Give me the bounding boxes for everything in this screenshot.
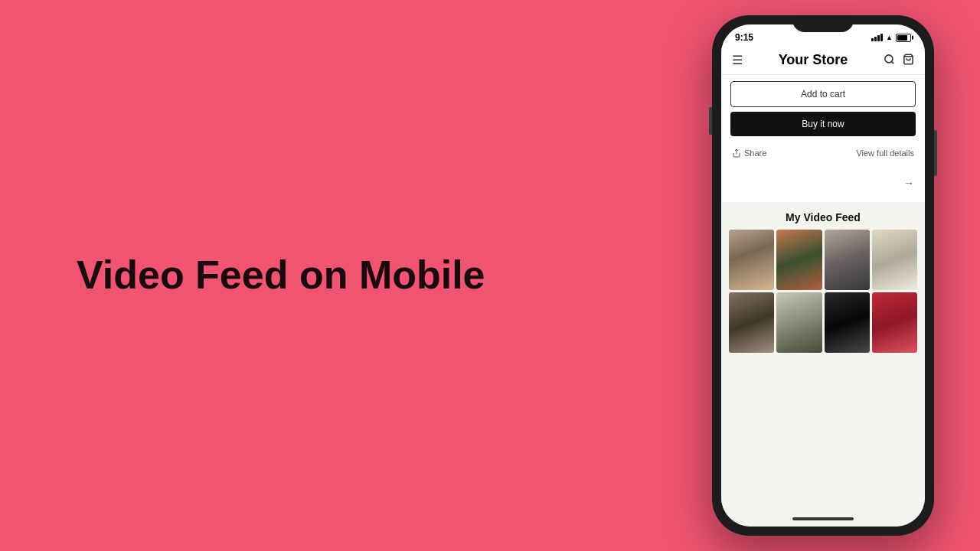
video-grid bbox=[721, 230, 925, 353]
phone-outer-shell: 9:15 ▲ ☰ Your Store bbox=[712, 15, 934, 536]
store-title: Your Store bbox=[779, 52, 848, 68]
video-thumbnail-6[interactable] bbox=[776, 292, 822, 353]
cart-icon[interactable] bbox=[903, 54, 914, 67]
share-button[interactable]: Share bbox=[732, 148, 766, 158]
status-indicators: ▲ bbox=[871, 34, 911, 42]
video-feed-section: My Video Feed bbox=[721, 202, 925, 511]
action-buttons-section: Add to cart Buy it now bbox=[721, 75, 925, 142]
video-thumbnail-4[interactable] bbox=[872, 230, 917, 290]
phone-screen: 9:15 ▲ ☰ Your Store bbox=[721, 24, 925, 527]
home-bar bbox=[792, 517, 854, 520]
video-thumbnail-1[interactable] bbox=[729, 230, 774, 290]
share-row: Share View full details bbox=[721, 142, 925, 164]
app-header: ☰ Your Store bbox=[721, 46, 925, 75]
video-thumbnail-2[interactable] bbox=[776, 230, 822, 290]
svg-point-0 bbox=[885, 54, 893, 62]
hero-heading: Video Feed on Mobile bbox=[77, 253, 485, 298]
arrow-right-icon: → bbox=[903, 177, 914, 189]
view-full-details-link[interactable]: View full details bbox=[856, 148, 914, 158]
svg-line-1 bbox=[891, 61, 893, 64]
header-icons-group bbox=[884, 54, 914, 67]
video-feed-title: My Video Feed bbox=[721, 202, 925, 230]
phone-notch bbox=[792, 15, 854, 32]
signal-icon bbox=[871, 34, 883, 41]
phone-mockup: 9:15 ▲ ☰ Your Store bbox=[712, 15, 934, 536]
status-time: 9:15 bbox=[735, 32, 753, 43]
video-thumbnail-5[interactable] bbox=[729, 292, 774, 353]
video-thumbnail-8[interactable] bbox=[872, 292, 917, 353]
video-thumbnail-3[interactable] bbox=[825, 230, 870, 290]
buy-now-button[interactable]: Buy it now bbox=[730, 112, 916, 136]
battery-fill bbox=[897, 35, 907, 41]
home-indicator bbox=[721, 511, 925, 527]
menu-icon[interactable]: ☰ bbox=[732, 53, 743, 67]
gap-area: → bbox=[721, 164, 925, 202]
battery-icon bbox=[896, 34, 911, 42]
wifi-icon: ▲ bbox=[886, 34, 893, 41]
add-to-cart-button[interactable]: Add to cart bbox=[730, 81, 916, 107]
video-thumbnail-7[interactable] bbox=[825, 292, 870, 353]
search-icon[interactable] bbox=[884, 54, 895, 67]
share-label: Share bbox=[744, 148, 766, 158]
